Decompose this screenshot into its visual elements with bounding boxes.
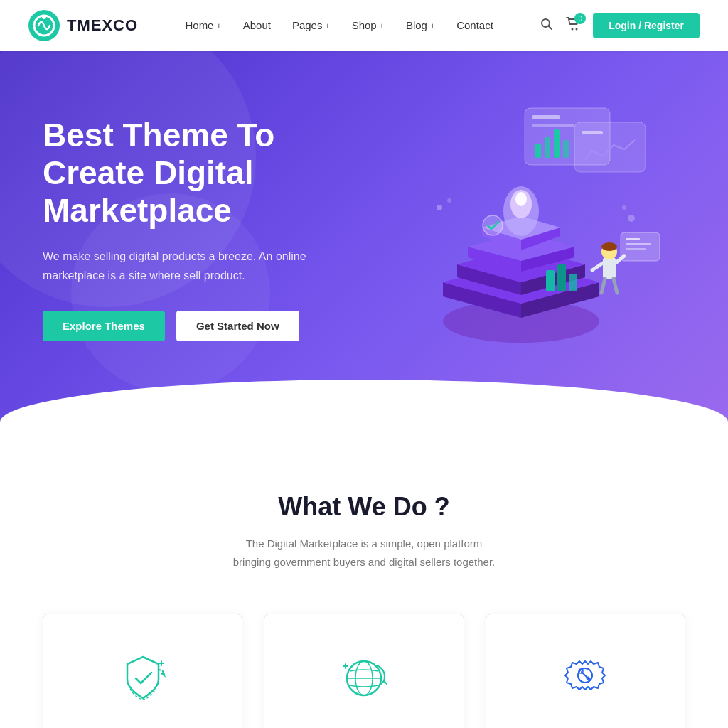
nav-link-pages[interactable]: Pages xyxy=(292,19,331,31)
svg-line-4 xyxy=(549,26,552,29)
nav-item-contact[interactable]: Contact xyxy=(456,19,493,32)
search-icon[interactable] xyxy=(540,18,553,34)
svg-rect-42 xyxy=(621,232,660,261)
svg-point-31 xyxy=(515,192,527,206)
svg-point-48 xyxy=(447,198,451,203)
cart-icon[interactable]: 0 xyxy=(566,17,580,34)
svg-point-41 xyxy=(601,242,617,251)
hero-content: Best Theme To Create Digital Marketplace… xyxy=(43,117,364,341)
nav-item-shop[interactable]: Shop xyxy=(352,19,385,32)
hero-illustration xyxy=(364,94,685,364)
svg-rect-13 xyxy=(563,140,569,158)
explore-themes-button[interactable]: Explore Themes xyxy=(43,311,165,341)
svg-point-50 xyxy=(628,215,635,222)
svg-line-40 xyxy=(614,279,617,293)
navbar: TMEXCO Home About Pages Shop Blog Contac… xyxy=(0,0,728,51)
login-register-button[interactable]: Login / Register xyxy=(593,13,700,38)
nav-link-contact[interactable]: Contact xyxy=(456,19,493,31)
cart-badge: 0 xyxy=(574,13,586,24)
hero-curve xyxy=(0,380,728,435)
nav-item-home[interactable]: Home xyxy=(185,19,221,32)
hero-svg xyxy=(382,94,667,364)
nav-link-shop[interactable]: Shop xyxy=(352,19,385,31)
svg-line-37 xyxy=(592,263,603,270)
svg-rect-15 xyxy=(582,131,603,134)
nav-item-pages[interactable]: Pages xyxy=(292,19,331,32)
nav-link-blog[interactable]: Blog xyxy=(406,19,435,31)
svg-point-5 xyxy=(572,28,574,31)
feature-card-security: Security Assurance Our theme architectur… xyxy=(43,614,242,728)
section-title: What We Do ? xyxy=(43,492,685,522)
section-subtitle: The Digital Marketplace is a simple, ope… xyxy=(229,535,499,571)
svg-point-6 xyxy=(576,28,578,31)
svg-rect-10 xyxy=(535,144,541,158)
nav-link-about[interactable]: About xyxy=(243,19,271,31)
support-icon xyxy=(336,650,392,707)
hero-buttons: Explore Themes Get Started Now xyxy=(43,311,364,341)
hero-section: Best Theme To Create Digital Marketplace… xyxy=(0,51,728,435)
nav-right: 0 Login / Register xyxy=(540,13,700,38)
brand-name: TMEXCO xyxy=(67,16,138,35)
features-grid: Security Assurance Our theme architectur… xyxy=(43,614,685,728)
svg-rect-11 xyxy=(545,136,550,158)
svg-rect-44 xyxy=(626,243,651,245)
feature-card-support: Best Customer Support Need help? We're h… xyxy=(264,614,464,728)
svg-rect-14 xyxy=(574,122,646,172)
svg-point-47 xyxy=(437,205,442,210)
svg-rect-43 xyxy=(626,238,640,240)
logo[interactable]: TMEXCO xyxy=(28,10,138,41)
svg-rect-34 xyxy=(569,274,577,291)
what-we-do-section: What We Do ? The Digital Marketplace is … xyxy=(0,435,728,728)
svg-rect-32 xyxy=(546,270,555,291)
svg-rect-9 xyxy=(532,124,574,127)
svg-rect-33 xyxy=(557,264,566,291)
nav-link-home[interactable]: Home xyxy=(185,19,221,31)
svg-point-49 xyxy=(622,205,626,210)
nav-item-blog[interactable]: Blog xyxy=(406,19,435,32)
svg-rect-12 xyxy=(554,129,560,158)
svg-point-46 xyxy=(483,215,503,235)
security-icon xyxy=(114,650,171,707)
nav-links: Home About Pages Shop Blog Contact xyxy=(185,19,493,32)
svg-rect-45 xyxy=(626,248,646,250)
quality-icon xyxy=(557,650,614,707)
feature-card-quality: Great Quality Theme We have tried to use… xyxy=(486,614,685,728)
logo-icon xyxy=(28,10,60,41)
svg-line-39 xyxy=(601,279,605,293)
hero-title: Best Theme To Create Digital Marketplace xyxy=(43,117,364,230)
svg-point-2 xyxy=(42,15,46,19)
svg-rect-35 xyxy=(603,257,616,279)
svg-rect-8 xyxy=(532,115,560,119)
hero-subtitle: We make selling digital products a breez… xyxy=(43,247,313,285)
get-started-button[interactable]: Get Started Now xyxy=(176,311,299,341)
nav-item-about[interactable]: About xyxy=(243,19,271,32)
